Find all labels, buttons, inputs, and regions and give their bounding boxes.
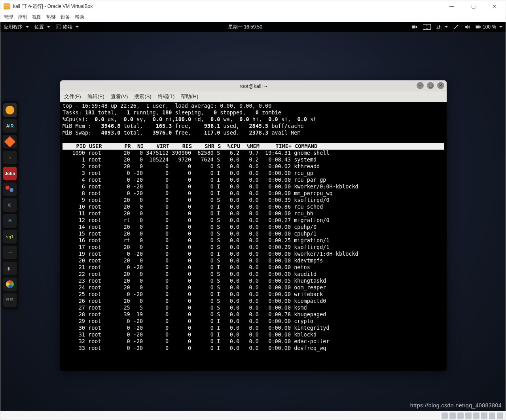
vbox-menu-manage[interactable]: 管理 (4, 14, 13, 21)
minimize-button[interactable]: — (444, 4, 460, 9)
clock[interactable]: 星期一 16:59:50 (79, 24, 412, 30)
aircrack-icon[interactable]: AiR (3, 119, 17, 133)
terminal-launcher[interactable]: 终端 (56, 24, 79, 30)
virtualbox-window: kali [正在运行] - Oracle VM VirtualBox — ▢ ✕… (0, 0, 506, 420)
vbox-logo-icon (4, 3, 10, 10)
john-icon[interactable]: John (3, 167, 17, 180)
term-menu-edit[interactable]: 编辑(E) (87, 93, 104, 100)
watermark: https://blog.csdn.net/qq_40883804 (410, 402, 502, 409)
terminal-window: root@kali: ~ – ▢ ✕ 文件(F) 编辑(E) 查看(V) 搜索(… (60, 80, 447, 371)
kali-top-bar: 应用程序 位置 终端 星期一 16:59:50 1 zh 100 % (0, 22, 506, 32)
terminal-menu: 文件(F) 编辑(E) 查看(V) 搜索(S) 终端(T) 帮助(H) (60, 91, 447, 102)
settings-icon[interactable] (453, 24, 459, 30)
guest-desktop[interactable]: 应用程序 位置 终端 星期一 16:59:50 1 zh 100 % (0, 22, 506, 411)
volume-icon[interactable] (464, 24, 470, 30)
owasp-icon[interactable]: 👁 (3, 214, 17, 228)
close-button[interactable]: ✕ (487, 4, 502, 9)
terminal-titlebar[interactable]: root@kali: ~ – ▢ ✕ (60, 80, 447, 91)
terminal-icon (56, 24, 61, 30)
vbox-menu-hotkey[interactable]: 热键 (46, 14, 56, 21)
svg-rect-4 (476, 26, 479, 28)
vbox-menu-view[interactable]: 视图 (32, 14, 42, 21)
svg-point-2 (457, 25, 459, 27)
status-mouse-icon[interactable] (497, 412, 503, 419)
status-hd-icon[interactable] (442, 412, 448, 419)
term-menu-help[interactable]: 帮助(H) (181, 93, 198, 100)
status-rec-icon[interactable] (489, 412, 495, 419)
metasploit-icon[interactable]: ⛨ (3, 198, 17, 212)
terminal-close-button[interactable]: ✕ (437, 82, 444, 89)
battery-indicator[interactable]: 100 % (476, 24, 502, 30)
hydra-icon[interactable]: ৎ (3, 151, 17, 164)
vbox-titlebar[interactable]: kali [正在运行] - Oracle VM VirtualBox — ▢ ✕ (0, 0, 506, 12)
terminal-maximize-button[interactable]: ▢ (427, 82, 434, 89)
vbox-title: kali [正在运行] - Oracle VM VirtualBox (13, 3, 444, 10)
places-menu[interactable]: 位置 (34, 24, 50, 30)
language-indicator[interactable]: zh (436, 24, 448, 30)
status-cd-icon[interactable] (449, 412, 456, 419)
status-shared-icon[interactable] (473, 412, 479, 419)
record-icon[interactable] (412, 24, 417, 30)
vbox-menu-help[interactable]: 帮助 (75, 14, 84, 21)
maltego-icon[interactable] (3, 182, 17, 196)
vbox-menu: 管理 控制 视图 热键 设备 帮助 (0, 12, 506, 22)
sqlmap-icon[interactable]: sql (3, 230, 17, 243)
term-menu-terminal[interactable]: 终端(T) (158, 93, 175, 100)
terminal-body[interactable]: top - 16:59:48 up 22:26, 1 user, load av… (60, 102, 447, 371)
firefox-icon[interactable] (3, 103, 17, 117)
status-usb-icon[interactable] (465, 412, 472, 419)
term-menu-view[interactable]: 查看(V) (111, 93, 128, 100)
status-net-icon[interactable] (457, 412, 464, 419)
term-menu-file[interactable]: 文件(F) (64, 93, 81, 100)
terminal-title-text: root@kali: ~ (240, 83, 267, 89)
wireshark-icon[interactable]: 〰 (3, 246, 17, 259)
workspace-indicator[interactable]: 1 (423, 24, 431, 30)
maximize-button[interactable]: ▢ (465, 4, 481, 9)
vbox-menu-devices[interactable]: 设备 (61, 14, 70, 21)
svg-rect-5 (480, 26, 481, 27)
terminal-minimize-button[interactable]: – (417, 82, 424, 89)
burpsuite-icon[interactable] (3, 135, 17, 148)
chrome-icon[interactable] (3, 277, 17, 291)
apps-menu[interactable]: 应用程序 (4, 24, 29, 30)
status-display-icon[interactable] (481, 412, 487, 419)
battery-icon (476, 24, 481, 30)
svg-rect-1 (412, 26, 415, 29)
dock: AiRৎJohn⛨👁sql〰$_⠿⠿ (2, 101, 19, 309)
apps-grid-icon[interactable]: ⠿⠿ (3, 293, 17, 307)
vbox-menu-control[interactable]: 控制 (18, 14, 27, 21)
term-menu-search[interactable]: 搜索(S) (134, 93, 151, 100)
terminal-dock-icon[interactable]: $_ (3, 262, 17, 275)
vbox-statusbar (0, 411, 506, 420)
svg-rect-0 (56, 25, 61, 29)
